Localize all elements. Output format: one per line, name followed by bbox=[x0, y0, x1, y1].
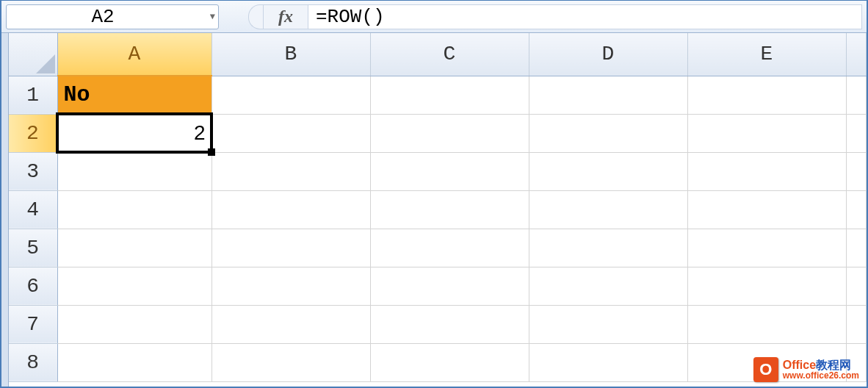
column-header-c[interactable]: C bbox=[370, 33, 529, 76]
column-header-a[interactable]: A bbox=[57, 33, 211, 76]
cell-b1[interactable] bbox=[211, 76, 370, 114]
fill-handle[interactable] bbox=[208, 148, 215, 156]
row-header-1[interactable]: 1 bbox=[9, 76, 57, 114]
cell-c6[interactable] bbox=[370, 267, 529, 305]
cell-b3[interactable] bbox=[211, 152, 370, 190]
cell-d7[interactable] bbox=[529, 305, 687, 343]
cell-a2[interactable]: 2 bbox=[57, 114, 211, 152]
cell-a5[interactable] bbox=[57, 229, 211, 267]
column-header-blank[interactable] bbox=[846, 33, 867, 76]
fx-section: fx bbox=[248, 4, 308, 29]
name-box[interactable]: A2 ▼ bbox=[6, 4, 219, 29]
column-header-b[interactable]: B bbox=[211, 33, 370, 76]
dropdown-icon[interactable]: ▼ bbox=[210, 12, 215, 22]
cell-c1[interactable] bbox=[370, 76, 529, 114]
cell-a3[interactable] bbox=[57, 152, 211, 190]
cell-e2[interactable] bbox=[687, 114, 846, 152]
cell-d5[interactable] bbox=[529, 229, 687, 267]
cell-b2[interactable] bbox=[211, 114, 370, 152]
cell-e4[interactable] bbox=[687, 190, 846, 229]
left-gutter bbox=[1, 33, 9, 387]
cell-a7[interactable] bbox=[57, 305, 211, 343]
cell-d4[interactable] bbox=[529, 190, 687, 229]
cell-a6[interactable] bbox=[57, 267, 211, 305]
cell-f3[interactable] bbox=[846, 152, 867, 190]
row-header-7[interactable]: 7 bbox=[9, 305, 57, 343]
cell-f4[interactable] bbox=[846, 190, 867, 229]
row-header-3[interactable]: 3 bbox=[9, 152, 57, 190]
row-header-6[interactable]: 6 bbox=[9, 267, 57, 305]
spreadsheet-grid[interactable]: A B C D E 1 No 2 2 bbox=[9, 33, 867, 382]
name-box-value: A2 bbox=[91, 6, 114, 28]
cell-e3[interactable] bbox=[687, 152, 846, 190]
cell-d8[interactable] bbox=[529, 343, 687, 381]
cell-b7[interactable] bbox=[211, 305, 370, 343]
cell-c5[interactable] bbox=[370, 229, 529, 267]
cell-d6[interactable] bbox=[529, 267, 687, 305]
row-header-4[interactable]: 4 bbox=[9, 190, 57, 229]
cell-e6[interactable] bbox=[687, 267, 846, 305]
cell-f5[interactable] bbox=[846, 229, 867, 267]
cell-e5[interactable] bbox=[687, 229, 846, 267]
cell-d3[interactable] bbox=[529, 152, 687, 190]
row-header-8[interactable]: 8 bbox=[9, 343, 57, 381]
watermark-url: www.office26.com bbox=[783, 371, 859, 380]
cell-b5[interactable] bbox=[211, 229, 370, 267]
cell-b6[interactable] bbox=[211, 267, 370, 305]
cell-d2[interactable] bbox=[529, 114, 687, 152]
spreadsheet-area: A B C D E 1 No 2 2 bbox=[1, 33, 867, 387]
cell-d1[interactable] bbox=[529, 76, 687, 114]
cell-e1[interactable] bbox=[687, 76, 846, 114]
column-header-d[interactable]: D bbox=[529, 33, 687, 76]
cell-b8[interactable] bbox=[211, 343, 370, 381]
cell-e7[interactable] bbox=[687, 305, 846, 343]
row-header-2[interactable]: 2 bbox=[9, 114, 57, 152]
cell-f1[interactable] bbox=[846, 76, 867, 114]
row-header-5[interactable]: 5 bbox=[9, 229, 57, 267]
formula-bar: A2 ▼ fx =ROW() bbox=[1, 1, 867, 33]
fx-paren-icon bbox=[248, 4, 263, 29]
cell-c7[interactable] bbox=[370, 305, 529, 343]
cell-b4[interactable] bbox=[211, 190, 370, 229]
cell-a4[interactable] bbox=[57, 190, 211, 229]
watermark-title: Office教程网 bbox=[783, 359, 859, 371]
cell-f7[interactable] bbox=[846, 305, 867, 343]
cell-c3[interactable] bbox=[370, 152, 529, 190]
watermark-icon: O bbox=[753, 357, 778, 382]
cell-c2[interactable] bbox=[370, 114, 529, 152]
cell-f6[interactable] bbox=[846, 267, 867, 305]
cell-c8[interactable] bbox=[370, 343, 529, 381]
column-header-e[interactable]: E bbox=[687, 33, 846, 76]
cell-a8[interactable] bbox=[57, 343, 211, 381]
cell-f2[interactable] bbox=[846, 114, 867, 152]
watermark: O Office教程网 www.office26.com bbox=[753, 357, 859, 382]
select-all-corner[interactable] bbox=[9, 33, 57, 76]
formula-input[interactable]: =ROW() bbox=[308, 4, 862, 29]
insert-function-button[interactable]: fx bbox=[263, 4, 308, 29]
cell-a1[interactable]: No bbox=[57, 76, 211, 114]
cell-c4[interactable] bbox=[370, 190, 529, 229]
